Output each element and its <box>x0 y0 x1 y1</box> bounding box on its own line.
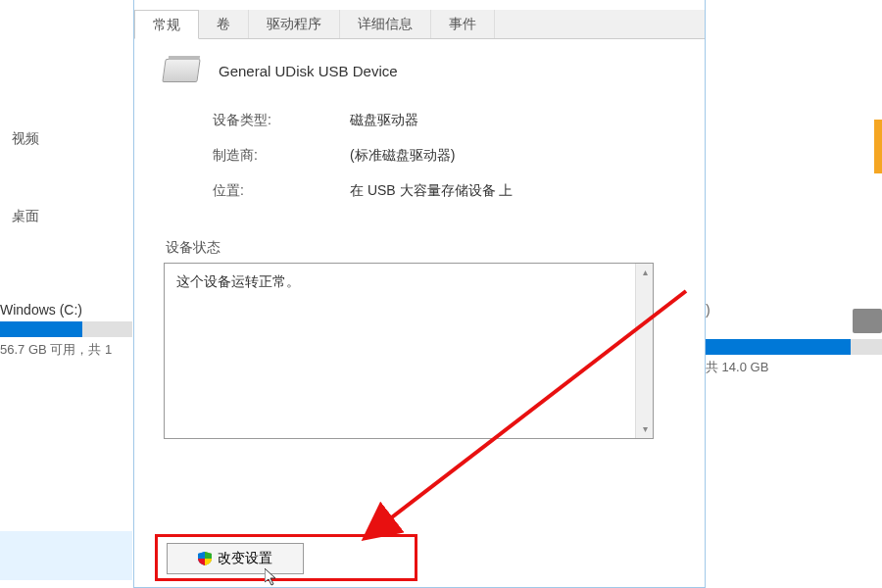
tab-driver[interactable]: 驱动程序 <box>249 10 340 38</box>
info-label-location: 位置: <box>213 182 350 200</box>
status-textbox[interactable]: 这个设备运转正常。 ▴ ▾ <box>164 263 654 439</box>
drive-right-usage-bar <box>706 339 882 355</box>
device-properties-dialog: 常规 卷 驱动程序 详细信息 事件 General UDisk USB Devi… <box>133 0 706 588</box>
explorer-selected-highlight <box>0 531 132 580</box>
device-info-grid: 设备类型: 磁盘驱动器 制造商: (标准磁盘驱动器) 位置: 在 USB 大容量… <box>213 112 675 200</box>
info-value-type: 磁盘驱动器 <box>350 112 418 129</box>
disk-drive-icon <box>162 59 200 82</box>
drive-c-usage-bar <box>0 321 132 337</box>
info-value-manufacturer: (标准磁盘驱动器) <box>350 147 455 165</box>
device-header: General UDisk USB Device <box>164 59 675 82</box>
chevron-up-icon: ▴ <box>643 267 648 277</box>
tab-general[interactable]: 常规 <box>134 10 199 39</box>
change-settings-label: 改变设置 <box>218 550 272 567</box>
sidebar-item-videos[interactable]: 视频 <box>0 122 132 156</box>
info-row-manufacturer: 制造商: (标准磁盘驱动器) <box>213 147 675 165</box>
drive-c-free-text: 56.7 GB 可用，共 1 <box>0 341 132 359</box>
drive-right-total-text: 共 14.0 GB <box>706 359 882 376</box>
status-label: 设备状态 <box>166 239 675 257</box>
device-status-section: 设备状态 这个设备运转正常。 ▴ ▾ <box>164 239 675 439</box>
scroll-down-button[interactable]: ▾ <box>636 420 654 438</box>
drive-c-item[interactable]: Windows (C:) 56.7 GB 可用，共 1 <box>0 302 132 359</box>
explorer-sidebar: 视频 桌面 <box>0 0 132 588</box>
tab-content-general: General UDisk USB Device 设备类型: 磁盘驱动器 制造商… <box>134 39 705 459</box>
info-row-type: 设备类型: 磁盘驱动器 <box>213 112 675 129</box>
info-value-location: 在 USB 大容量存储设备 上 <box>350 182 513 200</box>
shield-icon <box>198 552 212 565</box>
drive-c-label: Windows (C:) <box>0 302 132 318</box>
tab-events[interactable]: 事件 <box>431 10 495 38</box>
status-text: 这个设备运转正常。 <box>176 273 300 289</box>
scrollbar-track: ▴ ▾ <box>635 264 653 438</box>
tab-details[interactable]: 详细信息 <box>340 10 431 38</box>
scroll-up-button[interactable]: ▴ <box>636 264 654 281</box>
info-label-type: 设备类型: <box>213 112 350 129</box>
info-row-location: 位置: 在 USB 大容量存储设备 上 <box>213 182 675 200</box>
drive-right-paren: ) <box>706 302 710 318</box>
change-settings-button[interactable]: 改变设置 <box>167 543 304 574</box>
chevron-down-icon: ▾ <box>643 423 648 434</box>
tab-volumes[interactable]: 卷 <box>199 10 249 38</box>
device-name-label: General UDisk USB Device <box>219 63 398 79</box>
sidebar-item-desktop[interactable]: 桌面 <box>0 200 132 233</box>
tabs-bar: 常规 卷 驱动程序 详细信息 事件 <box>134 10 705 39</box>
drive-icon <box>853 309 882 333</box>
info-label-manufacturer: 制造商: <box>213 147 350 165</box>
orange-indicator <box>874 120 882 173</box>
